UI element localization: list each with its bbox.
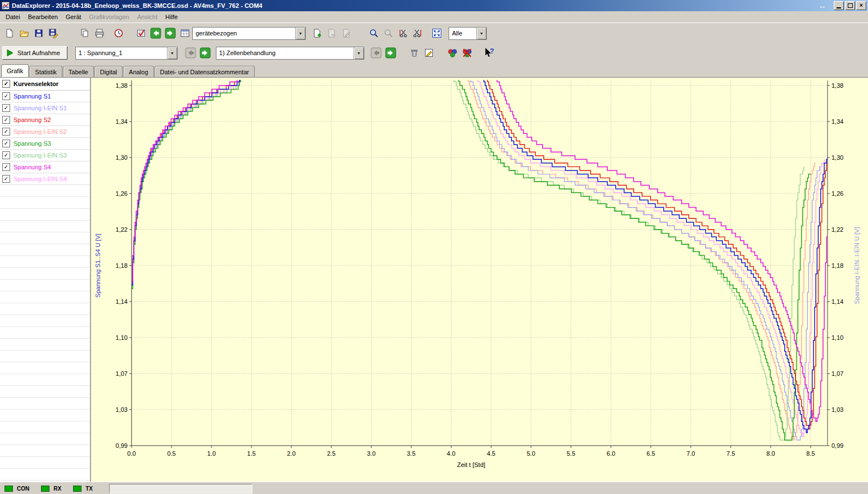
svg-text:2.5: 2.5: [327, 450, 336, 457]
restore-button[interactable]: [845, 1, 855, 10]
cut-right-button[interactable]: [410, 26, 425, 41]
menu-hilfe[interactable]: Hilfe: [161, 12, 182, 22]
dropdown-arrow-icon[interactable]: ▼: [167, 47, 177, 59]
status-bar: CON RX TX: [0, 482, 868, 494]
svg-text:5.5: 5.5: [567, 450, 575, 457]
import-file-button[interactable]: [310, 26, 325, 41]
curve-selector-panel: ✓ Kurvenselektor ✓Spannung S1✓Spannung I…: [0, 78, 91, 482]
tab-kommentar[interactable]: Datei- und Datensatzkommentar: [155, 66, 255, 77]
menu-grafikvorlagen[interactable]: Grafikvorlagen: [85, 12, 133, 22]
svg-text:1,30: 1,30: [831, 154, 843, 161]
selector-empty-row: [0, 268, 90, 280]
checkbox-checked-icon[interactable]: ✓: [2, 92, 10, 100]
curve-selector-item[interactable]: ✓Spannung S4: [0, 161, 90, 173]
minimize-button[interactable]: [834, 1, 844, 10]
checkbox-checked-icon[interactable]: ✓: [2, 128, 10, 136]
checkbox-checked-icon[interactable]: ✓: [2, 151, 10, 159]
edit-record-name-button[interactable]: [422, 46, 436, 60]
curve-selector-item[interactable]: ✓Spannung I-EIN S1: [0, 102, 90, 114]
selector-empty-row: [0, 445, 90, 457]
menu-bearbeiten[interactable]: Bearbeiten: [24, 12, 62, 22]
tab-grafik[interactable]: Grafik: [1, 64, 29, 77]
prev-record-button[interactable]: [183, 46, 198, 60]
svg-text:6.5: 6.5: [647, 450, 655, 457]
prev-recordset-button[interactable]: [369, 46, 383, 60]
curve-selector-item[interactable]: ✓Spannung S2: [0, 114, 90, 126]
selector-empty-row: [0, 291, 90, 303]
close-button[interactable]: ×: [856, 1, 866, 10]
tx-label: TX: [85, 486, 93, 492]
svg-text:1,14: 1,14: [116, 298, 128, 305]
menu-datei[interactable]: Datei: [2, 12, 24, 22]
menu-ansicht[interactable]: Ansicht: [133, 12, 161, 22]
export-file-button[interactable]: [325, 26, 340, 41]
save-file-button[interactable]: [31, 26, 46, 41]
curve-filter-combo[interactable]: Alle ▼: [449, 27, 487, 40]
menu-geraet[interactable]: Gerät: [62, 12, 85, 22]
arrow-right-green-icon: [165, 28, 176, 39]
device-settings-button[interactable]: [134, 26, 148, 41]
selector-empty-row: [0, 209, 90, 221]
start-record-button[interactable]: Start Aufnahme: [2, 46, 67, 60]
dropdown-arrow-icon[interactable]: ▼: [354, 47, 364, 59]
checkbox-checked-icon[interactable]: ✓: [2, 163, 10, 171]
zoom-reset-button[interactable]: [381, 26, 396, 41]
curve-selector-item[interactable]: ✓Spannung S1: [0, 91, 90, 102]
tab-digital[interactable]: Digital: [94, 66, 123, 77]
curve-label: Spannung S3: [13, 140, 51, 147]
svg-text:Zeit t [Std]: Zeit t [Std]: [457, 461, 485, 468]
curve-color-reset-button[interactable]: [460, 46, 474, 60]
edit-template-button[interactable]: [340, 26, 354, 41]
open-file-button[interactable]: [17, 26, 31, 41]
curve-label: Spannung I-EIN S2: [13, 128, 67, 135]
next-recordset-button[interactable]: [383, 46, 398, 60]
chart-area[interactable]: 1,381,381,341,341,301,301,261,261,221,22…: [91, 78, 868, 482]
new-file-icon: [4, 28, 15, 38]
curve-label: Spannung I-EIN S1: [13, 105, 67, 111]
tab-statistik[interactable]: Statistik: [29, 66, 62, 77]
next-channel-button[interactable]: [163, 26, 178, 41]
help-cursor-icon: ?: [483, 47, 494, 59]
cut-left-button[interactable]: [396, 26, 410, 41]
record-set-combo[interactable]: 1) Zellenbehandlung ▼: [216, 47, 364, 60]
svg-text:0.0: 0.0: [127, 450, 135, 457]
zoom-button[interactable]: [367, 26, 381, 41]
con-label: CON: [17, 486, 29, 492]
tab-tabelle[interactable]: Tabelle: [63, 66, 94, 77]
selector-empty-row: [0, 232, 90, 244]
fit-window-button[interactable]: [430, 26, 444, 41]
curve-label: Spannung S1: [13, 93, 51, 100]
zoom-off-icon: [383, 28, 394, 38]
template-combo[interactable]: gerätebezogen ▼: [192, 27, 306, 40]
curve-color-button[interactable]: [445, 46, 460, 60]
context-help-button[interactable]: ?: [481, 46, 496, 60]
dropdown-arrow-icon[interactable]: ▼: [295, 28, 305, 39]
prev-channel-button[interactable]: [148, 26, 163, 41]
save-as-button[interactable]: [46, 26, 61, 41]
checkbox-checked-icon[interactable]: ✓: [2, 116, 10, 124]
checkbox-checked-icon[interactable]: ✓: [2, 80, 10, 88]
new-file-button[interactable]: [2, 26, 17, 41]
curve-Spannung-S1: [132, 78, 828, 433]
next-record-button[interactable]: [198, 46, 213, 60]
app-icon: [2, 2, 10, 10]
checkbox-checked-icon[interactable]: ✓: [2, 175, 10, 183]
delete-record-button[interactable]: [407, 46, 422, 60]
curve-selector-item[interactable]: ✓Spannung I-EIN S3: [0, 150, 90, 161]
time-format-button[interactable]: [111, 26, 126, 41]
curve-selector-item[interactable]: ✓Spannung I-EIN S2: [0, 126, 90, 138]
dropdown-arrow-icon[interactable]: ▼: [476, 28, 486, 39]
zoom-in-icon: [369, 28, 379, 38]
copy-button[interactable]: [78, 26, 92, 41]
template-table-button[interactable]: [178, 26, 192, 41]
print-button[interactable]: [92, 26, 107, 41]
curve-selector-item[interactable]: ✓Spannung S3: [0, 138, 90, 150]
channel-combo[interactable]: 1 : Spannung_1 ▼: [75, 47, 178, 60]
curve-Spannung-S3: [132, 78, 811, 440]
checkbox-checked-icon[interactable]: ✓: [2, 140, 10, 147]
arrow-right-green-icon: [200, 47, 211, 59]
tab-analog[interactable]: Analog: [123, 66, 153, 77]
checkbox-checked-icon[interactable]: ✓: [2, 104, 10, 112]
curve-selector-item[interactable]: ✓Spannung I-EIN S4: [0, 173, 90, 185]
main-content: ✓ Kurvenselektor ✓Spannung S1✓Spannung I…: [0, 77, 868, 482]
